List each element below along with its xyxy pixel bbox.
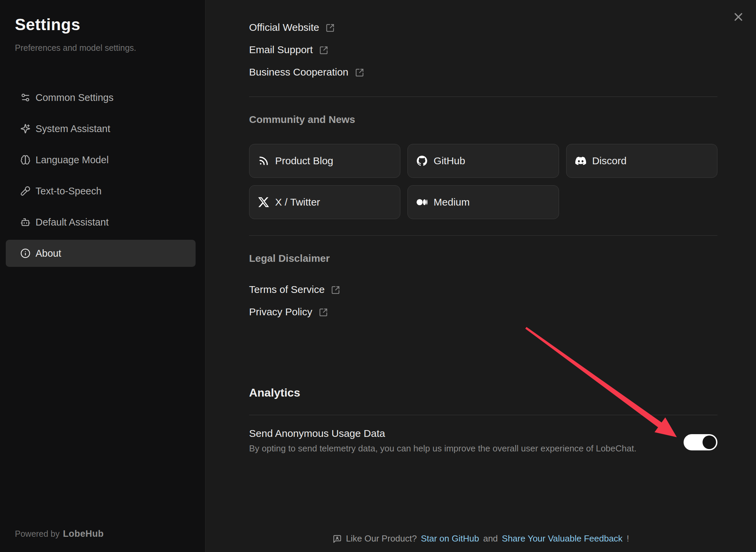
button-label: Discord: [592, 155, 627, 167]
external-link-icon: [326, 23, 335, 33]
footer-text: Like Our Product?: [346, 533, 417, 544]
x-twitter-icon: [258, 197, 269, 208]
page-title: Settings: [15, 15, 196, 35]
sidebar-item-label: Common Settings: [36, 92, 114, 103]
bot-icon: [20, 217, 30, 227]
sidebar-item-language-model[interactable]: Language Model: [6, 146, 196, 173]
button-label: X / Twitter: [275, 196, 320, 208]
medium-icon: [417, 197, 427, 208]
usage-data-label: Send Anonymous Usage Data: [249, 426, 684, 441]
sidebar-item-label: About: [36, 248, 61, 259]
sidebar-item-system-assistant[interactable]: System Assistant: [6, 115, 196, 142]
settings-sidebar: Settings Preferences and model settings.…: [0, 0, 205, 552]
sidebar-item-default-assistant[interactable]: Default Assistant: [6, 209, 196, 236]
email-support-link[interactable]: Email Support: [249, 42, 328, 57]
section-divider: [249, 235, 717, 236]
link-label: Business Cooperation: [249, 66, 349, 78]
medium-button[interactable]: Medium: [407, 185, 559, 219]
brain-icon: [20, 155, 30, 165]
sparkles-icon: [20, 124, 30, 134]
info-icon: [20, 248, 30, 258]
about-panel: Contact Us Official Website Email Suppor…: [206, 0, 756, 552]
discord-button[interactable]: Discord: [566, 144, 717, 178]
powered-by-text: Powered by: [15, 529, 60, 538]
feedback-footer: Like Our Product? Star on GitHub and Sha…: [206, 533, 756, 544]
footer-text: and: [483, 533, 498, 544]
sidebar-item-label: Default Assistant: [36, 217, 109, 228]
analytics-heading: Analytics: [249, 384, 717, 401]
powered-by: Powered byLobeHub: [15, 529, 104, 539]
product-blog-button[interactable]: Product Blog: [249, 144, 400, 178]
feedback-bubble-icon: [333, 534, 342, 544]
settings-nav: Common Settings System Assistant Languag…: [6, 84, 196, 267]
usage-data-description: By opting to send telemetry data, you ca…: [249, 442, 684, 455]
link-label: Official Website: [249, 22, 319, 33]
sidebar-item-label: Text-to-Speech: [36, 186, 102, 197]
sidebar-item-label: Language Model: [36, 154, 109, 166]
discord-icon: [575, 155, 586, 166]
link-label: Terms of Service: [249, 284, 325, 295]
privacy-policy-link[interactable]: Privacy Policy: [249, 304, 328, 319]
button-label: Product Blog: [275, 155, 333, 167]
button-label: Medium: [433, 196, 470, 208]
sliders-icon: [20, 92, 30, 103]
lobehub-brand: LobeHub: [63, 529, 104, 539]
github-button[interactable]: GitHub: [407, 144, 559, 178]
footer-text: !: [627, 533, 629, 544]
community-heading: Community and News: [249, 112, 717, 127]
community-buttons: Product Blog GitHub Discord X / Twitter …: [249, 144, 717, 219]
star-on-github-link[interactable]: Star on GitHub: [421, 533, 479, 544]
sidebar-item-label: System Assistant: [36, 123, 110, 134]
usage-data-toggle[interactable]: [684, 434, 717, 450]
terms-of-service-link[interactable]: Terms of Service: [249, 282, 340, 297]
close-icon: [732, 10, 745, 23]
usage-data-setting: Send Anonymous Usage Data By opting to s…: [249, 426, 717, 455]
legal-heading: Legal Disclaimer: [249, 251, 717, 266]
share-feedback-link[interactable]: Share Your Valuable Feedback: [502, 533, 623, 544]
x-twitter-button[interactable]: X / Twitter: [249, 185, 400, 219]
mic-icon: [20, 186, 30, 196]
external-link-icon: [319, 46, 328, 55]
link-label: Privacy Policy: [249, 306, 312, 318]
section-divider: [249, 415, 717, 415]
section-divider: [249, 97, 717, 97]
external-link-icon: [319, 308, 328, 317]
link-label: Email Support: [249, 44, 313, 56]
business-cooperation-link[interactable]: Business Cooperation: [249, 65, 364, 80]
github-icon: [417, 155, 427, 166]
official-website-link[interactable]: Official Website: [249, 20, 335, 35]
external-link-icon: [355, 68, 364, 77]
button-label: GitHub: [433, 155, 465, 167]
sidebar-item-text-to-speech[interactable]: Text-to-Speech: [6, 177, 196, 205]
page-subtitle: Preferences and model settings.: [15, 43, 196, 53]
toggle-knob: [703, 436, 716, 449]
external-link-icon: [331, 285, 340, 295]
sidebar-item-common-settings[interactable]: Common Settings: [6, 84, 196, 111]
contact-us-heading: Contact Us: [249, 0, 303, 1]
rss-icon: [258, 155, 269, 166]
close-button[interactable]: [731, 9, 746, 24]
sidebar-item-about[interactable]: About: [6, 240, 196, 267]
